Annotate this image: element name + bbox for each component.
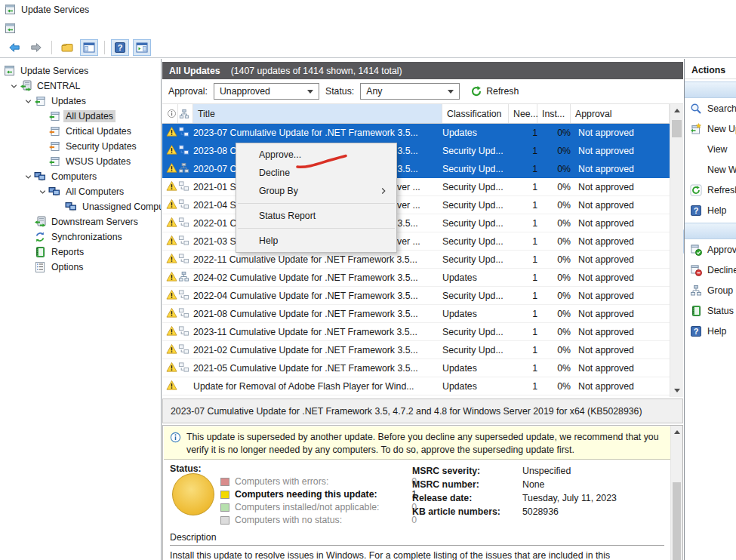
action-item[interactable]: Approve... [685, 239, 736, 260]
scroll-down-button[interactable] [670, 384, 683, 397]
tree-item[interactable]: Options [0, 260, 161, 275]
tree-item[interactable]: Computers [0, 169, 161, 184]
export-list-button[interactable] [58, 39, 76, 56]
column-header-installed[interactable]: Inst... [537, 104, 571, 123]
scroll-thumb[interactable] [672, 120, 682, 137]
column-header-supersedence[interactable] [178, 104, 193, 123]
tree-item[interactable]: Downstream Servers [0, 214, 161, 229]
scroll-up-button[interactable] [670, 104, 683, 117]
warning-icon [166, 380, 177, 391]
selected-update-title-bar: 2023-07 Cumulative Update for .NET Frame… [162, 398, 683, 423]
tree-item-label: Updates [49, 95, 88, 107]
classification-cell: Security Upd... [442, 291, 509, 301]
action-item[interactable]: Refresh [685, 180, 736, 200]
approval-filter-dropdown[interactable]: Unapproved [214, 83, 319, 100]
update-row[interactable]: 2024-02 Cumulative Update for .NET Frame… [162, 269, 670, 287]
menu-item[interactable] [55, 26, 70, 31]
context-menu-item[interactable]: Group By [236, 182, 396, 200]
back-button[interactable] [5, 39, 23, 56]
column-header-needed[interactable]: Nee... [509, 104, 537, 123]
update-row[interactable]: 2022-11 Cumulative Update for .NET Frame… [162, 251, 670, 269]
classification-cell: Updates [442, 381, 509, 392]
context-menu-item[interactable]: Approve... [236, 146, 396, 164]
menu-item[interactable] [38, 26, 54, 31]
legend-label: Computers with errors: [235, 476, 403, 487]
action-item-icon: ? [690, 205, 702, 217]
update-row[interactable]: 2023-11 Cumulative Update for .NET Frame… [162, 323, 670, 341]
menu-item[interactable] [88, 26, 103, 31]
show-console-tree-button[interactable] [80, 39, 98, 56]
action-item[interactable]: Decline [685, 260, 736, 280]
warning-icon [166, 362, 177, 373]
tree-item[interactable]: Synchronizations [0, 229, 161, 245]
update-row[interactable]: 2023-07 Cumulative Update for .NET Frame… [162, 124, 670, 142]
tree-item[interactable]: WSUS Updates [0, 154, 161, 169]
action-pane-icon [136, 42, 148, 54]
column-header-classification[interactable]: Classification [442, 104, 509, 123]
actions-section-header[interactable] [685, 82, 736, 98]
actions-section-header[interactable] [685, 223, 736, 239]
org-tree-icon [179, 109, 189, 119]
column-header-title[interactable]: Title [193, 104, 442, 123]
help-button[interactable]: ? [111, 39, 129, 56]
forward-arrow-icon [30, 42, 42, 54]
context-menu-item[interactable]: Status Report [236, 207, 396, 225]
list-scrollbar[interactable] [670, 104, 683, 397]
context-menu-item[interactable]: Decline [236, 164, 396, 182]
legend-swatch [220, 478, 229, 486]
column-header-approval[interactable]: Approval [571, 104, 670, 123]
details-scrollbar[interactable] [670, 426, 682, 560]
tree-item-label: Reports [49, 246, 86, 258]
column-header-info[interactable] [166, 104, 178, 123]
status-filter-dropdown[interactable]: Any [360, 83, 460, 100]
action-item[interactable]: ? Help [685, 200, 736, 220]
menu-item[interactable] [72, 26, 87, 31]
tree-item[interactable]: CENTRAL [0, 78, 161, 94]
tree-item[interactable]: Critical Updates [0, 124, 161, 139]
update-row[interactable]: 2021-05 Cumulative Update for .NET Frame… [162, 359, 670, 377]
action-item[interactable]: Status Report [685, 300, 736, 321]
tree-item[interactable]: Unassigned Computers [0, 199, 161, 214]
installed-percent-cell: 0% [537, 182, 571, 192]
tree-item[interactable]: Updates [0, 94, 161, 109]
update-row[interactable]: 2021-02 Cumulative Update for .NET Frame… [162, 341, 670, 359]
description-text: Install this update to resolve issues in… [170, 549, 664, 560]
show-action-pane-button[interactable] [133, 39, 151, 56]
approval-cell: Not approved [571, 128, 670, 138]
refresh-button[interactable]: Refresh [470, 85, 519, 97]
forward-button[interactable] [27, 39, 45, 56]
console-tree-pane: Update Services CENTRAL Updates All Upda… [0, 59, 162, 560]
scroll-up-button[interactable] [671, 426, 682, 438]
update-row[interactable]: 2022-04 Cumulative Update for .NET Frame… [162, 287, 670, 305]
action-item-label: New Window from Here [707, 165, 736, 175]
tree-item[interactable]: Security Updates [0, 139, 161, 154]
action-item[interactable]: ? Help [685, 321, 736, 341]
tree-item[interactable]: All Computers [0, 184, 161, 199]
context-menu-item[interactable]: Help [236, 232, 396, 250]
action-item[interactable]: New Update View... [685, 118, 736, 139]
chevron-down-icon[interactable] [23, 171, 34, 183]
tree-item[interactable]: All Updates [0, 109, 161, 124]
tree-item[interactable]: Update Services [0, 63, 161, 78]
action-item[interactable]: New Window from Here [685, 159, 736, 180]
menu-item[interactable] [22, 26, 37, 31]
chevron-down-icon[interactable] [8, 81, 20, 92]
action-item[interactable]: View [685, 139, 736, 159]
tree-item-icon [3, 65, 15, 77]
action-item[interactable]: Search... [685, 98, 736, 118]
approval-cell: Not approved [571, 309, 670, 319]
scroll-thumb[interactable] [673, 482, 681, 560]
snapin-icon [4, 23, 16, 35]
update-details-pane: This update is superseded by another upd… [162, 425, 683, 560]
info-icon [170, 432, 181, 443]
update-row[interactable]: 2021-08 Cumulative Update for .NET Frame… [162, 305, 670, 323]
chevron-down-icon[interactable] [23, 96, 34, 107]
chevron-down-icon[interactable] [37, 186, 48, 198]
update-row[interactable]: Update for Removal of Adobe Flash Player… [162, 377, 670, 395]
needed-count-cell: 1 [509, 327, 537, 337]
classification-cell: Security Upd... [442, 182, 509, 192]
tree-item[interactable]: Reports [0, 245, 161, 260]
tree-item-label: All Computers [63, 186, 126, 198]
tree-item-icon [48, 155, 60, 168]
action-item[interactable]: Group By [685, 280, 736, 300]
